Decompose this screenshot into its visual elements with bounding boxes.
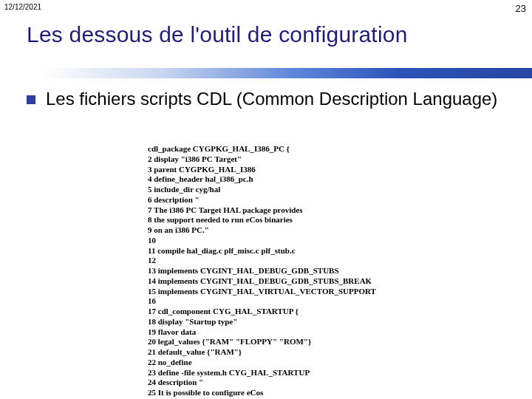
slide-number: 23: [516, 3, 526, 14]
code-line: 7 The i386 PC Target HAL package provide…: [148, 205, 414, 216]
code-line: 22 no_define: [148, 358, 414, 368]
code-line: 16: [148, 296, 414, 307]
code-line: 12: [148, 256, 414, 266]
slide-date: 12/12/2021: [4, 3, 41, 11]
code-line: 10: [148, 236, 414, 246]
slide-title: Les dessous de l'outil de configuration: [27, 22, 517, 47]
code-line: 8 the support needed to run eCos binarie…: [148, 215, 414, 225]
code-line: 13 implements CYGINT_HAL_DEBUG_GDB_STUBS: [148, 266, 414, 276]
slide-body: Les fichiers scripts CDL (Common Descrip…: [27, 89, 505, 110]
code-line: 15 implements CYGINT_HAL_VIRTUAL_VECTOR_…: [148, 287, 414, 297]
code-line: 9 on an i386 PC.": [148, 225, 414, 236]
slide: 12/12/2021 23 Les dessous de l'outil de …: [0, 0, 532, 399]
code-line: 14 implements CYGINT_HAL_DEBUG_GDB_STUBS…: [148, 276, 414, 287]
square-bullet-icon: [27, 95, 35, 104]
code-listing: cdl_package CYGPKG_HAL_I386_PC { 2 displ…: [148, 144, 414, 399]
bullet-text: Les fichiers scripts CDL (Common Descrip…: [46, 89, 497, 110]
code-line: 2 display "i386 PC Target": [148, 154, 414, 165]
code-line: 5 include_dir cyg/hal: [148, 185, 414, 195]
title-underline-stripe: [0, 68, 532, 78]
code-line: 20 legal_values {"RAM" "FLOPPY" "ROM"}: [148, 337, 414, 347]
code-line: 3 parent CYGPKG_HAL_I386: [148, 165, 414, 175]
code-line: 18 display "Startup type": [148, 317, 414, 327]
code-line: 24 description ": [148, 378, 414, 388]
code-line: 6 description ": [148, 195, 414, 205]
code-line: 17 cdl_component CYG_HAL_STARTUP {: [148, 307, 414, 317]
code-line: 19 flavor data: [148, 327, 414, 338]
code-line: cdl_package CYGPKG_HAL_I386_PC {: [148, 144, 414, 154]
code-line: 11 compile hal_diag.c plf_misc.c plf_stu…: [148, 246, 414, 256]
code-line: 4 define_header hal_i386_pc.h: [148, 174, 414, 185]
code-line: 23 define -file system.h CYG_HAL_STARTUP: [148, 368, 414, 378]
bullet-item: Les fichiers scripts CDL (Common Descrip…: [27, 89, 505, 110]
code-line: 21 default_value {"RAM"}: [148, 347, 414, 358]
code-line: 25 It is possible to configure eCos: [148, 388, 414, 398]
